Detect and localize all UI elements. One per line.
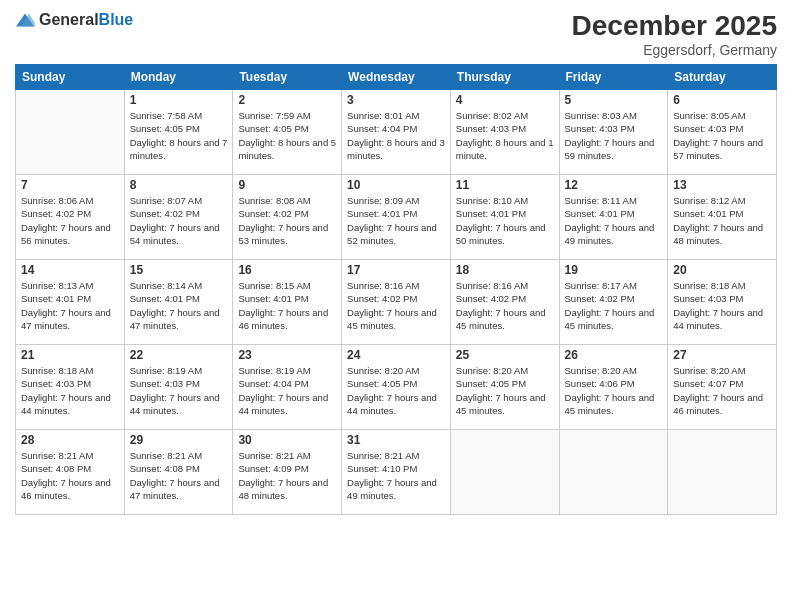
day-number: 21 — [21, 348, 119, 362]
daylight-text: Daylight: 8 hours and 3 minutes. — [347, 136, 445, 163]
calendar-week-row: 1Sunrise: 7:58 AMSunset: 4:05 PMDaylight… — [16, 90, 777, 175]
day-number: 25 — [456, 348, 554, 362]
calendar-cell: 9Sunrise: 8:08 AMSunset: 4:02 PMDaylight… — [233, 175, 342, 260]
day-info: Sunrise: 7:58 AMSunset: 4:05 PMDaylight:… — [130, 109, 228, 162]
day-number: 5 — [565, 93, 663, 107]
day-number: 3 — [347, 93, 445, 107]
day-number: 27 — [673, 348, 771, 362]
day-info: Sunrise: 8:20 AMSunset: 4:05 PMDaylight:… — [347, 364, 445, 417]
calendar-cell: 14Sunrise: 8:13 AMSunset: 4:01 PMDayligh… — [16, 260, 125, 345]
sunset-text: Sunset: 4:01 PM — [238, 292, 336, 305]
calendar-cell: 22Sunrise: 8:19 AMSunset: 4:03 PMDayligh… — [124, 345, 233, 430]
daylight-text: Daylight: 7 hours and 46 minutes. — [673, 391, 771, 418]
daylight-text: Daylight: 7 hours and 44 minutes. — [130, 391, 228, 418]
calendar-cell: 2Sunrise: 7:59 AMSunset: 4:05 PMDaylight… — [233, 90, 342, 175]
calendar-cell — [559, 430, 668, 515]
daylight-text: Daylight: 7 hours and 53 minutes. — [238, 221, 336, 248]
calendar-cell: 11Sunrise: 8:10 AMSunset: 4:01 PMDayligh… — [450, 175, 559, 260]
day-info: Sunrise: 8:13 AMSunset: 4:01 PMDaylight:… — [21, 279, 119, 332]
page-container: GeneralBlue December 2025 Eggersdorf, Ge… — [0, 0, 792, 525]
logo-icon — [15, 10, 35, 30]
sunset-text: Sunset: 4:04 PM — [347, 122, 445, 135]
sunset-text: Sunset: 4:07 PM — [673, 377, 771, 390]
daylight-text: Daylight: 7 hours and 50 minutes. — [456, 221, 554, 248]
header-wednesday: Wednesday — [342, 65, 451, 90]
sunrise-text: Sunrise: 8:20 AM — [673, 364, 771, 377]
sunrise-text: Sunrise: 8:21 AM — [130, 449, 228, 462]
day-info: Sunrise: 8:02 AMSunset: 4:03 PMDaylight:… — [456, 109, 554, 162]
calendar-cell: 27Sunrise: 8:20 AMSunset: 4:07 PMDayligh… — [668, 345, 777, 430]
day-number: 1 — [130, 93, 228, 107]
day-number: 10 — [347, 178, 445, 192]
sunrise-text: Sunrise: 8:14 AM — [130, 279, 228, 292]
sunrise-text: Sunrise: 8:08 AM — [238, 194, 336, 207]
sunrise-text: Sunrise: 8:21 AM — [347, 449, 445, 462]
day-number: 22 — [130, 348, 228, 362]
daylight-text: Daylight: 7 hours and 48 minutes. — [673, 221, 771, 248]
sunset-text: Sunset: 4:03 PM — [456, 122, 554, 135]
header-tuesday: Tuesday — [233, 65, 342, 90]
day-number: 7 — [21, 178, 119, 192]
calendar-cell: 5Sunrise: 8:03 AMSunset: 4:03 PMDaylight… — [559, 90, 668, 175]
daylight-text: Daylight: 8 hours and 7 minutes. — [130, 136, 228, 163]
day-info: Sunrise: 8:17 AMSunset: 4:02 PMDaylight:… — [565, 279, 663, 332]
logo-general: General — [39, 11, 99, 28]
calendar-week-row: 7Sunrise: 8:06 AMSunset: 4:02 PMDaylight… — [16, 175, 777, 260]
calendar-cell — [450, 430, 559, 515]
calendar-cell: 8Sunrise: 8:07 AMSunset: 4:02 PMDaylight… — [124, 175, 233, 260]
day-number: 8 — [130, 178, 228, 192]
calendar-week-row: 14Sunrise: 8:13 AMSunset: 4:01 PMDayligh… — [16, 260, 777, 345]
sunset-text: Sunset: 4:08 PM — [130, 462, 228, 475]
sunset-text: Sunset: 4:01 PM — [673, 207, 771, 220]
sunset-text: Sunset: 4:02 PM — [130, 207, 228, 220]
calendar-cell: 23Sunrise: 8:19 AMSunset: 4:04 PMDayligh… — [233, 345, 342, 430]
daylight-text: Daylight: 7 hours and 47 minutes. — [130, 306, 228, 333]
daylight-text: Daylight: 7 hours and 49 minutes. — [565, 221, 663, 248]
calendar-cell: 15Sunrise: 8:14 AMSunset: 4:01 PMDayligh… — [124, 260, 233, 345]
sunrise-text: Sunrise: 7:59 AM — [238, 109, 336, 122]
calendar-cell: 28Sunrise: 8:21 AMSunset: 4:08 PMDayligh… — [16, 430, 125, 515]
calendar-cell — [668, 430, 777, 515]
day-number: 30 — [238, 433, 336, 447]
daylight-text: Daylight: 7 hours and 46 minutes. — [238, 306, 336, 333]
calendar-cell: 16Sunrise: 8:15 AMSunset: 4:01 PMDayligh… — [233, 260, 342, 345]
daylight-text: Daylight: 7 hours and 44 minutes. — [21, 391, 119, 418]
sunrise-text: Sunrise: 8:21 AM — [21, 449, 119, 462]
sunset-text: Sunset: 4:01 PM — [456, 207, 554, 220]
sunrise-text: Sunrise: 8:19 AM — [238, 364, 336, 377]
calendar-cell: 3Sunrise: 8:01 AMSunset: 4:04 PMDaylight… — [342, 90, 451, 175]
day-number: 13 — [673, 178, 771, 192]
day-info: Sunrise: 8:15 AMSunset: 4:01 PMDaylight:… — [238, 279, 336, 332]
day-info: Sunrise: 8:01 AMSunset: 4:04 PMDaylight:… — [347, 109, 445, 162]
day-number: 6 — [673, 93, 771, 107]
sunset-text: Sunset: 4:06 PM — [565, 377, 663, 390]
sunrise-text: Sunrise: 8:16 AM — [456, 279, 554, 292]
logo: GeneralBlue — [15, 10, 133, 30]
day-number: 26 — [565, 348, 663, 362]
day-number: 23 — [238, 348, 336, 362]
day-info: Sunrise: 8:12 AMSunset: 4:01 PMDaylight:… — [673, 194, 771, 247]
daylight-text: Daylight: 7 hours and 59 minutes. — [565, 136, 663, 163]
sunrise-text: Sunrise: 8:15 AM — [238, 279, 336, 292]
title-block: December 2025 Eggersdorf, Germany — [572, 10, 777, 58]
daylight-text: Daylight: 7 hours and 46 minutes. — [21, 476, 119, 503]
day-info: Sunrise: 8:06 AMSunset: 4:02 PMDaylight:… — [21, 194, 119, 247]
sunset-text: Sunset: 4:01 PM — [21, 292, 119, 305]
daylight-text: Daylight: 7 hours and 45 minutes. — [347, 306, 445, 333]
sunrise-text: Sunrise: 8:07 AM — [130, 194, 228, 207]
day-info: Sunrise: 8:20 AMSunset: 4:05 PMDaylight:… — [456, 364, 554, 417]
day-info: Sunrise: 8:20 AMSunset: 4:06 PMDaylight:… — [565, 364, 663, 417]
sunrise-text: Sunrise: 8:03 AM — [565, 109, 663, 122]
header-friday: Friday — [559, 65, 668, 90]
sunset-text: Sunset: 4:05 PM — [130, 122, 228, 135]
sunrise-text: Sunrise: 8:18 AM — [673, 279, 771, 292]
calendar-cell: 30Sunrise: 8:21 AMSunset: 4:09 PMDayligh… — [233, 430, 342, 515]
day-info: Sunrise: 8:19 AMSunset: 4:04 PMDaylight:… — [238, 364, 336, 417]
day-info: Sunrise: 8:21 AMSunset: 4:09 PMDaylight:… — [238, 449, 336, 502]
logo-blue: Blue — [99, 11, 134, 28]
sunrise-text: Sunrise: 8:16 AM — [347, 279, 445, 292]
logo-text: GeneralBlue — [39, 11, 133, 29]
calendar-cell: 19Sunrise: 8:17 AMSunset: 4:02 PMDayligh… — [559, 260, 668, 345]
sunrise-text: Sunrise: 8:17 AM — [565, 279, 663, 292]
day-info: Sunrise: 8:03 AMSunset: 4:03 PMDaylight:… — [565, 109, 663, 162]
